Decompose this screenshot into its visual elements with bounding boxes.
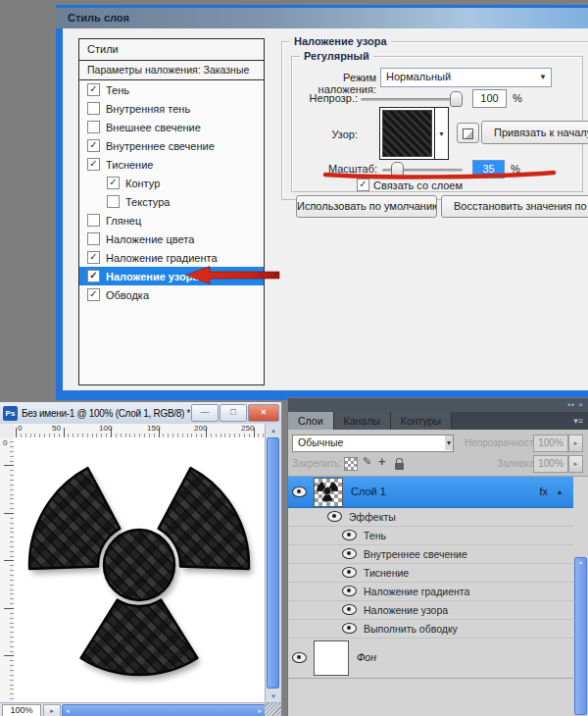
scroll-left-icon[interactable]: ◂ — [66, 705, 70, 716]
make-default-button[interactable]: Использовать по умолчанию — [296, 195, 437, 218]
tab-paths[interactable]: Контуры — [391, 412, 452, 430]
document-canvas[interactable] — [14, 437, 265, 702]
layer-opacity-field[interactable]: 100% — [533, 435, 568, 452]
resize-grip[interactable] — [265, 703, 281, 716]
checkbox[interactable]: ✓ — [87, 83, 100, 96]
minimize-button[interactable]: — — [191, 404, 219, 422]
canvas-vertical-scrollbar[interactable]: ▴ ▾ — [265, 424, 281, 702]
visibility-eye-icon[interactable] — [342, 604, 357, 615]
styles-list-header[interactable]: Стили — [79, 39, 264, 61]
checkbox[interactable]: ✓ — [87, 270, 100, 282]
checkbox[interactable]: ✓ — [87, 139, 100, 152]
tab-channels[interactable]: Каналы — [334, 412, 391, 430]
style-item-outer-glow[interactable]: Внешнее свечение — [79, 118, 264, 136]
reset-to-default-button[interactable]: Восстановить значения по умолча — [441, 195, 588, 218]
layer-thumbnail[interactable] — [314, 640, 349, 676]
layer-blend-mode-dropdown[interactable]: Обычные ▾ — [292, 435, 454, 452]
style-item-inner-shadow[interactable]: Внутренняя тень — [79, 99, 264, 118]
layer-name[interactable]: Слой 1 — [351, 477, 386, 507]
pattern-swatch[interactable] — [382, 110, 432, 157]
checkbox[interactable]: ✓ — [107, 177, 120, 189]
layer-row-layer1[interactable]: Слой 1 fx ▴ — [288, 477, 573, 508]
opacity-spinner-icon[interactable]: ▸ — [568, 435, 583, 452]
effect-label: Тиснение — [364, 567, 409, 579]
collapse-effects-icon[interactable]: ▴ — [558, 477, 562, 507]
ruler-number: 50 — [52, 424, 61, 433]
close-button[interactable]: × — [248, 404, 279, 422]
panel-titlebar[interactable]: ▪▪ × — [288, 398, 588, 412]
link-with-layer-checkbox[interactable]: ✓ — [357, 179, 369, 191]
panel-scrollbar[interactable]: ▴ — [573, 555, 588, 716]
scroll-right-icon[interactable]: ▸ — [258, 705, 262, 716]
visibility-eye-icon[interactable] — [342, 530, 357, 540]
lock-all-icon[interactable] — [395, 463, 404, 470]
effects-header-row[interactable]: Эффекты — [288, 507, 573, 527]
visibility-eye-icon[interactable] — [327, 511, 342, 522]
style-item-texture[interactable]: Текстура — [79, 192, 264, 211]
scroll-up-icon[interactable]: ▴ — [579, 559, 582, 565]
visibility-eye-icon[interactable] — [342, 567, 357, 578]
panel-menu-icon[interactable]: ▾≡ — [573, 412, 588, 430]
chevron-down-icon[interactable]: ▼ — [539, 69, 547, 85]
effect-row-inner-glow[interactable]: Внутреннее свечение — [288, 544, 573, 564]
checkbox[interactable] — [87, 232, 100, 245]
opacity-slider-track[interactable] — [361, 98, 463, 101]
new-pattern-preset-button[interactable] — [457, 123, 479, 143]
panel-collapse-close-icons[interactable]: ▪▪ × — [567, 400, 584, 409]
pattern-picker[interactable]: ▼ — [379, 107, 449, 160]
style-item-stroke[interactable]: ✓Обводка — [79, 285, 264, 304]
pattern-dropdown-arrow-icon[interactable]: ▼ — [434, 108, 448, 159]
lock-transparency-icon[interactable] — [344, 457, 358, 471]
style-item-color-overlay[interactable]: Наложение цвета — [79, 230, 264, 248]
fill-spinner-icon[interactable]: ▸ — [568, 455, 583, 473]
checkbox[interactable] — [87, 102, 100, 115]
effect-row-bevel[interactable]: Тиснение — [288, 563, 573, 583]
tab-layers[interactable]: Слои — [288, 412, 334, 430]
layer-thumbnail[interactable] — [314, 478, 343, 507]
visibility-eye-icon[interactable] — [342, 548, 357, 559]
checkbox[interactable] — [87, 121, 100, 133]
zoom-level-field[interactable]: 100% — [2, 704, 41, 716]
visibility-eye-icon[interactable] — [292, 652, 307, 663]
effect-label: Внутреннее свечение — [364, 548, 467, 560]
scrollbar-thumb[interactable] — [267, 437, 279, 689]
lock-paint-brush-icon[interactable]: ✎ — [363, 455, 371, 468]
visibility-eye-icon[interactable] — [342, 623, 357, 634]
status-options-icon[interactable]: ▸ — [43, 704, 61, 716]
effect-row-shadow[interactable]: Тень — [288, 526, 573, 545]
checkbox[interactable] — [107, 195, 120, 208]
opacity-slider-thumb[interactable] — [450, 91, 463, 107]
blend-mode-dropdown[interactable]: Нормальный ▼ — [380, 68, 552, 87]
style-item-drop-shadow[interactable]: ✓Тень — [79, 80, 264, 99]
effect-row-stroke[interactable]: Выполнить обводку — [288, 619, 573, 639]
opacity-value-field[interactable]: 100 — [472, 89, 507, 108]
maximize-button[interactable]: □ — [220, 404, 247, 422]
style-item-inner-glow[interactable]: ✓Внутреннее свечение — [79, 136, 264, 155]
scrollbar-thumb[interactable]: ▴ — [574, 557, 587, 715]
style-item-satin[interactable]: Глянец — [79, 211, 264, 230]
checkbox[interactable]: ✓ — [87, 251, 100, 264]
opacity-label: Непрозрачность: — [465, 437, 542, 448]
style-item-label: Обводка — [106, 289, 149, 301]
style-item-bevel[interactable]: ✓Тиснение — [79, 155, 264, 174]
style-item-contour[interactable]: ✓Контур — [79, 174, 264, 192]
scroll-down-icon[interactable]: ▾ — [266, 690, 281, 702]
document-titlebar[interactable]: Ps Без имени-1 @ 100% (Слой 1, RGB/8) * … — [0, 402, 281, 425]
chevron-down-icon[interactable]: ▾ — [445, 435, 453, 450]
fx-badge[interactable]: fx — [539, 477, 548, 507]
effect-row-gradient-overlay[interactable]: Наложение градиента — [288, 582, 573, 601]
effect-row-pattern-overlay[interactable]: Наложение узора — [288, 600, 573, 620]
layer-fill-field[interactable]: 100% — [533, 455, 568, 473]
visibility-eye-icon[interactable] — [342, 586, 357, 596]
lock-move-icon[interactable]: + — [378, 454, 386, 469]
blending-options-item[interactable]: Параметры наложения: Заказные — [79, 61, 264, 80]
snap-to-origin-button[interactable]: Привязать к началу коорд — [481, 121, 588, 144]
dialog-titlebar[interactable]: Стиль слоя — [56, 8, 588, 28]
checkbox[interactable]: ✓ — [87, 158, 100, 171]
checkbox[interactable] — [87, 214, 100, 227]
checkbox[interactable]: ✓ — [87, 288, 100, 301]
scroll-up-icon[interactable]: ▴ — [266, 424, 281, 436]
layer-row-background[interactable]: Фон — [288, 638, 573, 679]
canvas-horizontal-scrollbar[interactable]: ◂ ▸ — [62, 704, 266, 716]
visibility-eye-icon[interactable] — [292, 486, 307, 497]
